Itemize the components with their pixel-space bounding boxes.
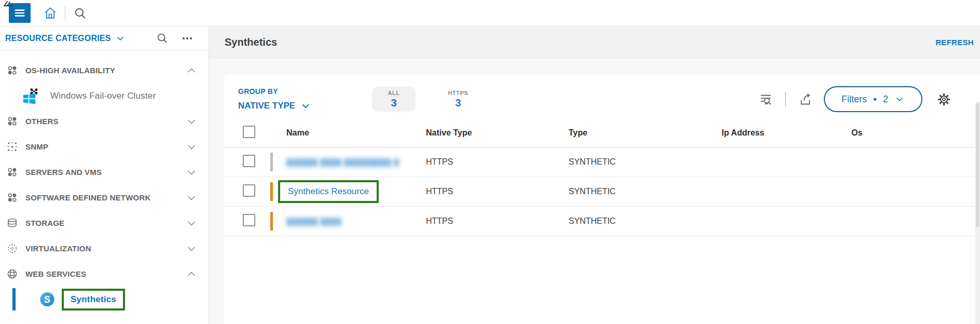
- chevron-down-icon: [115, 33, 126, 44]
- sidebar-item-servers-and-vms[interactable]: SERVERS AND VMS: [0, 159, 209, 185]
- divider: [785, 92, 786, 106]
- sidebar-more-button[interactable]: [181, 32, 194, 45]
- tab-all-count: 3: [391, 97, 396, 109]
- search-icon: [156, 32, 168, 44]
- row-accent-bar: [270, 153, 273, 171]
- table-row: ██████ ████ HTTPS SYNTHETIC: [224, 207, 980, 236]
- filters-dropdown[interactable]: Filters • 2: [824, 86, 922, 112]
- snmp-icon: [5, 140, 19, 154]
- resource-name-link[interactable]: ██████ ████: [286, 218, 342, 225]
- virtualization-icon: [5, 242, 19, 255]
- sidebar-title-label: RESOURCE CATEGORIES: [5, 34, 111, 43]
- resource-categories-dropdown[interactable]: RESOURCE CATEGORIES: [5, 33, 126, 44]
- tab-all[interactable]: ALL 3: [372, 87, 416, 112]
- row-checkbox[interactable]: [243, 184, 255, 197]
- resource-name-link[interactable]: ██████ ████ █████████ █: [286, 158, 399, 166]
- sidebar-item-chevron[interactable]: [185, 140, 198, 154]
- hamburger-icon: [13, 6, 26, 20]
- sidebar-item-label: OS-HIGH AVAILABILITY: [25, 66, 115, 75]
- sidebar-item-chevron[interactable]: [185, 191, 198, 205]
- page-title: Synthetics: [225, 36, 277, 48]
- sidebar-item-chevron[interactable]: [185, 64, 198, 77]
- row-checkbox[interactable]: [243, 155, 255, 167]
- vertical-scrollbar[interactable]: [975, 102, 980, 324]
- export-button[interactable]: [797, 91, 813, 107]
- sidebar-item-label: SOFTWARE DEFINED NETWORK: [25, 193, 150, 202]
- svg-text:S: S: [44, 294, 50, 305]
- select-all-checkbox[interactable]: [243, 126, 255, 138]
- row-accent-bar: [270, 212, 273, 231]
- sidebar-item-virtualization[interactable]: VIRTUALIZATION: [0, 236, 209, 261]
- column-header-ip-address[interactable]: Ip Address: [722, 128, 851, 138]
- cell-type: SYNTHETIC: [569, 217, 722, 226]
- column-header-name[interactable]: Name: [270, 128, 426, 138]
- cell-type: SYNTHETIC: [569, 187, 722, 196]
- row-checkbox[interactable]: [243, 214, 255, 226]
- synthetics-icon: S: [39, 293, 55, 306]
- chevron-down-icon: [185, 217, 198, 230]
- filters-separator: •: [873, 94, 877, 104]
- resources-table: Name Native Type Type Ip Address Os ████…: [224, 118, 980, 324]
- windows-cluster-icon: [22, 89, 37, 103]
- sidebar-item-snmp[interactable]: SNMP: [0, 134, 209, 159]
- sidebar-item-web-services[interactable]: WEB SERVICES: [0, 261, 209, 287]
- export-icon: [798, 92, 812, 106]
- main-content: GROUP BY NATIVE TYPE ALL 3: [209, 58, 980, 324]
- tab-https-count: 3: [455, 97, 461, 109]
- sidebar-item-chevron[interactable]: [185, 166, 198, 179]
- globe-icon: [5, 267, 19, 281]
- sidebar-item-list: OS-HIGH AVAILABILITY Windows Fail-over C…: [0, 50, 209, 312]
- category-grid-icon: [5, 115, 19, 128]
- chevron-down-icon: [185, 115, 198, 128]
- table-settings-button[interactable]: [936, 91, 951, 107]
- sidebar-item-os-high-availability[interactable]: OS-HIGH AVAILABILITY: [0, 58, 209, 83]
- sidebar-item-label: VIRTUALIZATION: [25, 244, 91, 253]
- sidebar-item-chevron[interactable]: [185, 217, 198, 230]
- chevron-down-icon: [300, 100, 311, 112]
- scrollbar-thumb[interactable]: [976, 103, 979, 227]
- chevron-down-icon: [185, 242, 198, 255]
- table-row: ██████ ████ █████████ █ HTTPS SYNTHETIC: [224, 147, 980, 177]
- sidebar-item-windows-fail-over-cluster[interactable]: Windows Fail-over Cluster: [0, 83, 209, 109]
- column-header-os[interactable]: Os: [851, 128, 980, 138]
- chevron-up-icon: [185, 268, 198, 280]
- search-in-list-button[interactable]: [758, 91, 774, 107]
- group-by-control: GROUP BY NATIVE TYPE: [238, 87, 324, 112]
- tab-https[interactable]: HTTPS 3: [436, 87, 480, 112]
- sidebar-item-synthetics[interactable]: S Synthetics: [0, 287, 209, 312]
- sidebar-item-chevron[interactable]: [185, 267, 198, 281]
- home-button[interactable]: [43, 6, 58, 20]
- gear-icon: [936, 92, 951, 107]
- search-icon: [74, 7, 87, 20]
- table-body: ██████ ████ █████████ █ HTTPS SYNTHETIC …: [224, 147, 980, 236]
- tab-all-label: ALL: [388, 90, 399, 96]
- resource-name-link[interactable]: Synthetics Resource: [288, 186, 369, 196]
- sidebar-item-storage[interactable]: STORAGE: [0, 210, 209, 236]
- row-accent-bar: [270, 182, 273, 201]
- sidebar-item-label: SNMP: [25, 142, 48, 151]
- sidebar-item-label: OTHERS: [25, 117, 59, 126]
- group-by-dropdown[interactable]: NATIVE TYPE: [238, 100, 324, 112]
- resources-card: GROUP BY NATIVE TYPE ALL 3: [224, 75, 980, 324]
- sidebar-search-button[interactable]: [156, 32, 168, 45]
- sidebar-item-chevron[interactable]: [185, 242, 198, 255]
- search-list-icon: [759, 92, 773, 106]
- cell-native-type: HTTPS: [426, 217, 569, 226]
- count-tabs: ALL 3 HTTPS 3: [372, 87, 480, 112]
- sidebar-item-label: Windows Fail-over Cluster: [50, 91, 156, 101]
- sidebar-item-chevron[interactable]: [185, 115, 198, 128]
- ellipsis-icon: [181, 32, 194, 45]
- chevron-down-icon: [185, 141, 198, 153]
- table-toolbar: GROUP BY NATIVE TYPE ALL 3: [224, 75, 980, 118]
- category-grid-icon: [5, 64, 19, 77]
- column-header-native-type[interactable]: Native Type: [426, 128, 569, 138]
- home-icon: [44, 6, 57, 20]
- sidebar-item-others[interactable]: OTHERS: [0, 109, 209, 134]
- category-grid-icon: [5, 166, 19, 179]
- global-search-button[interactable]: [73, 6, 87, 20]
- column-header-type[interactable]: Type: [569, 128, 722, 138]
- sidebar-item-software-defined-network[interactable]: SOFTWARE DEFINED NETWORK: [0, 185, 209, 210]
- sidebar-item-label: Synthetics: [71, 294, 116, 304]
- refresh-button[interactable]: REFRESH: [934, 35, 975, 50]
- table-row: Synthetics Resource HTTPS SYNTHETIC: [224, 177, 980, 207]
